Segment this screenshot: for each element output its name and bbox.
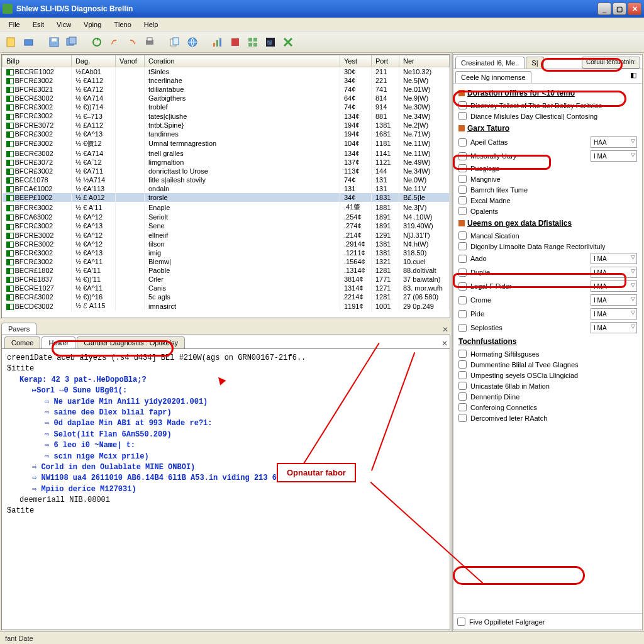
menu-view[interactable]: Vicw xyxy=(50,19,77,30)
table-row[interactable]: BFCRE3072½ £A112tntbt.Spine}194¢1381Ne.2… xyxy=(3,121,450,130)
saveall-icon[interactable] xyxy=(64,35,79,50)
option-checkbox[interactable] xyxy=(458,360,467,369)
minimize-button[interactable]: _ xyxy=(597,3,611,15)
code-icon[interactable]: hl xyxy=(263,35,278,50)
table-row[interactable]: BFCR£3002½ €A^13Sene.274¢1891319.40W) xyxy=(3,221,450,230)
option-checkbox[interactable] xyxy=(458,414,467,422)
table-row[interactable]: BECR€3002½ €A714tnell gralles134¢1141Ne.… xyxy=(3,149,450,158)
option-checkbox[interactable] xyxy=(458,255,467,263)
option-checkbox[interactable] xyxy=(458,175,467,183)
table-row[interactable]: BECRE1002½£Ab01tSinles30¢211Ne10.32) xyxy=(3,67,450,77)
option-combobox[interactable]: I MA xyxy=(591,308,637,319)
table-row[interactable]: BECR£3002½ €A714Gaitbigthers64¢814Ne.9|W… xyxy=(3,94,450,103)
column-header[interactable]: Dag. xyxy=(72,55,116,67)
copy-icon[interactable] xyxy=(167,35,182,50)
table-row[interactable]: BECD€3002½ ℰ A115imnasirct1191¢100129 0p… xyxy=(3,301,450,311)
menu-file[interactable]: File xyxy=(3,19,26,30)
table-row[interactable]: BEEP£1002½ £ A012trorsle34¢1831B£.5{le xyxy=(3,193,450,202)
table-row[interactable]: BFCR€3002½ €A^13imig.1211¢1381318.50) xyxy=(3,248,450,257)
column-header[interactable]: Yest xyxy=(340,55,372,67)
table-row[interactable]: BFCR£3002½ €A112tncerlinahe34¢221Ne.5|W) xyxy=(3,76,450,85)
menu-help[interactable]: Help xyxy=(138,19,165,30)
menu-edit[interactable]: Esit xyxy=(26,19,50,30)
undo-icon[interactable] xyxy=(107,35,122,50)
bottom-checkbox[interactable] xyxy=(457,618,465,626)
table-row[interactable]: BECR£1802½ €A'11Paoble.1314¢128188.dolti… xyxy=(3,266,450,275)
chart-icon[interactable] xyxy=(210,35,225,50)
option-checkbox[interactable] xyxy=(458,296,467,304)
column-header[interactable]: Port xyxy=(372,55,399,67)
table-row[interactable]: BFCR£3002½ €–713tates|c|iushe134¢881Ne.3… xyxy=(3,111,450,120)
option-combobox[interactable]: I MA xyxy=(591,322,637,333)
option-combobox[interactable]: I MA xyxy=(591,294,637,306)
option-combobox[interactable]: I MA xyxy=(591,267,637,278)
option-combobox[interactable]: HAA xyxy=(591,136,637,148)
column-header[interactable]: Billp xyxy=(3,55,72,67)
save-icon[interactable] xyxy=(47,35,62,50)
table-row[interactable]: BFCA€1002½ €A'113ondaln131131Ne.11V xyxy=(3,184,450,193)
new-icon[interactable] xyxy=(4,35,19,50)
table-row[interactable]: BFCRE3002½ €A^12tilson.2914¢1381N¢.htW) xyxy=(3,240,450,248)
option-checkbox[interactable] xyxy=(458,186,467,194)
right-panel-options-icon[interactable]: ◧ xyxy=(630,71,640,81)
table-row[interactable]: BFCR£3002½ €))714troblef74¢914Ne.30W) xyxy=(3,103,450,111)
option-combobox[interactable]: I MA xyxy=(591,253,637,264)
subtab-close-icon[interactable]: ✕ xyxy=(440,338,450,348)
console-output[interactable]: creeniDate aceb ályezs (:s4 d434] BEl #2… xyxy=(1,348,450,630)
delete-icon[interactable] xyxy=(280,35,296,50)
option-checkbox[interactable] xyxy=(458,324,467,332)
table-row[interactable]: BFCR€3002½ € A'11Enaple.41肇1881Ne.3[V) xyxy=(3,202,450,213)
option-checkbox[interactable] xyxy=(458,207,467,215)
option-checkbox[interactable] xyxy=(458,350,467,358)
table-row[interactable]: BECRE1027½ €A^11Canis1314¢127183. mor.wu… xyxy=(3,284,450,292)
right-tab-main[interactable]: Cresinated l6, Me.. xyxy=(455,57,525,69)
option-checkbox[interactable] xyxy=(458,112,467,120)
column-header[interactable]: Coration xyxy=(145,55,340,67)
option-checkbox[interactable] xyxy=(458,164,467,172)
option-checkbox[interactable] xyxy=(458,282,467,291)
table-row[interactable]: BFCR£3072½ €Aˇ12limgrnaltion137¢1121Ne.4… xyxy=(3,158,450,167)
table-row[interactable]: BFCR£3002½ €A^11Blemw|.1564¢132110.cuel xyxy=(3,257,450,266)
stop-icon[interactable] xyxy=(228,35,243,50)
table-row[interactable]: BFCRE3002½ €A^12ellneiif.214¢1291N]J.31'… xyxy=(3,231,450,240)
option-checkbox[interactable] xyxy=(458,392,467,401)
option-checkbox[interactable] xyxy=(458,101,467,109)
menu-vping[interactable]: Vping xyxy=(77,19,108,30)
right-subtab[interactable]: Ceele Ng innomense xyxy=(455,71,531,83)
open-icon[interactable] xyxy=(21,35,36,50)
column-header[interactable]: Ner xyxy=(399,55,450,67)
column-header[interactable]: Vanof xyxy=(116,55,145,67)
refresh-icon[interactable] xyxy=(89,35,104,50)
right-tab-button[interactable]: Coruul tentuntnin: xyxy=(582,57,640,69)
option-checkbox[interactable] xyxy=(458,138,467,147)
option-checkbox[interactable] xyxy=(458,403,467,411)
right-tab-s[interactable]: S| xyxy=(526,57,543,69)
close-button[interactable]: ✕ xyxy=(628,3,641,15)
table-row[interactable]: BFCR£3021½ €A712tdiliantabue74¢741Ne.01W… xyxy=(3,85,450,94)
option-checkbox[interactable] xyxy=(458,310,467,318)
option-checkbox[interactable] xyxy=(458,196,467,204)
table-row[interactable]: BECR£3002½ €))^165c agls2214¢128127 (06 … xyxy=(3,292,450,301)
table-row[interactable]: BFCR£3002½ €A^13tandinnes194¢1681Ne.71W) xyxy=(3,130,450,138)
data-table-container[interactable]: BillpDag.VanofCorationYestPortNer BECRE1… xyxy=(1,54,450,318)
option-checkbox[interactable] xyxy=(458,152,467,160)
tab-close-icon[interactable]: ✕ xyxy=(440,325,450,335)
menu-tleno[interactable]: Tleno xyxy=(108,19,138,30)
subtab-comee[interactable]: Comee xyxy=(4,336,40,348)
option-combobox[interactable]: I MA xyxy=(591,280,637,292)
table-row[interactable]: BFCR£1837½ €))'11Crler3814¢177137 baiwta… xyxy=(3,275,450,284)
option-checkbox[interactable] xyxy=(458,371,467,379)
subtab-hower[interactable]: Hower xyxy=(42,336,75,348)
tab-pavers[interactable]: Pavers xyxy=(1,323,36,335)
table-row[interactable]: BFCA63002½ €A^12Seriolt.254¢1891N4 .10W) xyxy=(3,213,450,221)
option-checkbox[interactable] xyxy=(458,382,467,390)
option-checkbox[interactable] xyxy=(458,231,467,240)
table-row[interactable]: BEC£1078½ ½A714fitle s|ailesh stovily74¢… xyxy=(3,175,450,184)
maximize-button[interactable]: ▢ xyxy=(613,3,626,15)
print-icon[interactable] xyxy=(142,35,157,50)
redo-icon[interactable] xyxy=(125,35,140,50)
option-combobox[interactable]: I MA xyxy=(591,150,637,162)
table-row[interactable]: BFCR£3002½ €價12Umnal termnagrestion104¢1… xyxy=(3,138,450,149)
subtab-diagnostics[interactable]: Candler Diagnostils : Optikelsy xyxy=(77,336,185,348)
option-checkbox[interactable] xyxy=(458,269,467,277)
